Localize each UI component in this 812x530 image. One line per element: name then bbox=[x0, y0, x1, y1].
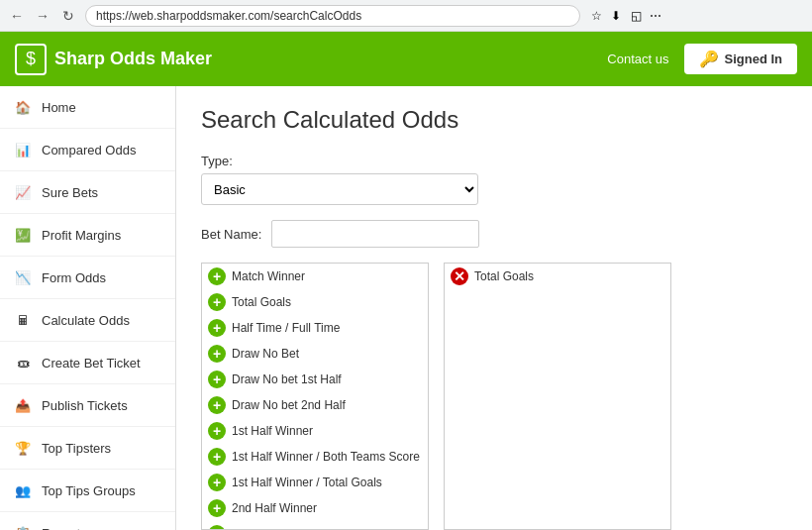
app-body: 🏠 Home 📊 Compared Odds 📈 Sure Bets 💹 Pro… bbox=[0, 86, 812, 530]
sidebar-item-create-bet-ticket[interactable]: 🎟 Create Bet Ticket bbox=[0, 342, 175, 384]
list-item[interactable]: + Match Winner bbox=[202, 264, 428, 289]
signed-in-label: Signed In bbox=[725, 52, 783, 66]
list-item[interactable]: + Draw No Bet bbox=[202, 341, 428, 367]
selected-item-label: Total Goals bbox=[474, 269, 534, 283]
sidebar-item-form-odds[interactable]: 📉 Form Odds bbox=[0, 257, 175, 299]
reports-icon: 📋 bbox=[12, 522, 34, 530]
compared-odds-label: Compared Odds bbox=[42, 143, 136, 158]
list-item-label: 1st Half Winner / Both Teams Score bbox=[232, 450, 420, 464]
sidebar-item-calculate-odds[interactable]: 🖩 Calculate Odds bbox=[0, 299, 175, 342]
bet-name-label: Bet Name: bbox=[201, 227, 261, 242]
add-icon: + bbox=[208, 345, 226, 363]
app-header: $ Sharp Odds Maker Contact us 🔑 Signed I… bbox=[0, 32, 812, 86]
address-bar[interactable]: https://web.sharpoddsmaker.com/searchCal… bbox=[85, 5, 580, 27]
list-item[interactable]: + 1st Half Winner / Total Goals bbox=[202, 470, 428, 495]
sidebar-item-top-tipsters[interactable]: 🏆 Top Tipsters bbox=[0, 427, 175, 470]
sidebar-item-reports[interactable]: 📋 Reports bbox=[0, 512, 175, 530]
add-icon: + bbox=[208, 422, 226, 440]
list-item[interactable]: + Draw No bet 2nd Half bbox=[202, 392, 428, 418]
list-item[interactable]: + Total Goals bbox=[202, 289, 428, 315]
calculate-odds-label: Calculate Odds bbox=[42, 313, 130, 328]
sure-bets-label: Sure Bets bbox=[42, 185, 98, 200]
bet-name-input[interactable] bbox=[271, 220, 479, 248]
list-item[interactable]: + 1st Half Winner bbox=[202, 418, 428, 444]
list-item-label: Draw No bet 1st Half bbox=[232, 372, 342, 386]
list-item[interactable]: + Draw No bet 1st Half bbox=[202, 367, 428, 392]
extension-icon[interactable]: ◱ bbox=[628, 8, 644, 24]
sure-bets-icon: 📈 bbox=[12, 181, 34, 203]
add-icon: + bbox=[208, 371, 226, 388]
top-tipsters-icon: 🏆 bbox=[12, 437, 34, 459]
create-bet-ticket-label: Create Bet Ticket bbox=[42, 356, 141, 371]
form-odds-label: Form Odds bbox=[42, 270, 106, 285]
download-icon[interactable]: ⬇ bbox=[608, 8, 624, 24]
browser-action-icons: ☆ ⬇ ◱ ⋯ bbox=[588, 8, 663, 24]
lists-container: + Match Winner + Total Goals + Half Time… bbox=[201, 263, 787, 530]
list-item-label: Match Winner bbox=[232, 269, 305, 283]
add-icon: + bbox=[208, 319, 226, 337]
type-select[interactable]: Basic Advanced bbox=[201, 173, 478, 205]
bet-name-row: Bet Name: bbox=[201, 220, 787, 248]
main-content: Search Calculated Odds Type: Basic Advan… bbox=[176, 86, 812, 530]
page-title: Search Calculated Odds bbox=[201, 106, 787, 134]
star-icon[interactable]: ☆ bbox=[588, 8, 604, 24]
list-item[interactable]: + Asian Handicap bbox=[202, 521, 428, 530]
top-tips-groups-icon: 👥 bbox=[12, 479, 34, 501]
calculate-odds-icon: 🖩 bbox=[12, 309, 34, 331]
back-button[interactable]: ← bbox=[8, 7, 26, 25]
top-tipsters-label: Top Tipsters bbox=[42, 441, 111, 456]
menu-icon[interactable]: ⋯ bbox=[648, 8, 663, 24]
add-icon: + bbox=[208, 525, 226, 530]
list-item-label: 2nd Half Winner bbox=[232, 501, 317, 515]
sidebar-item-top-tips-groups[interactable]: 👥 Top Tips Groups bbox=[0, 470, 175, 512]
signed-in-button[interactable]: 🔑 Signed In bbox=[684, 44, 798, 74]
list-item-label: Draw No Bet bbox=[232, 347, 299, 361]
type-group: Type: Basic Advanced bbox=[201, 154, 787, 205]
list-item-label: Total Goals bbox=[232, 295, 291, 309]
forward-button[interactable]: → bbox=[34, 7, 51, 25]
app-name: Sharp Odds Maker bbox=[54, 49, 212, 69]
available-items-list: + Match Winner + Total Goals + Half Time… bbox=[201, 263, 429, 530]
selected-list-item[interactable]: ✕ Total Goals bbox=[445, 264, 670, 289]
list-item-label: Draw No bet 2nd Half bbox=[232, 398, 346, 412]
sidebar-item-compared-odds[interactable]: 📊 Compared Odds bbox=[0, 129, 175, 171]
home-icon: 🏠 bbox=[12, 96, 34, 118]
list-item-label: 1st Half Winner bbox=[232, 424, 313, 438]
publish-tickets-label: Publish Tickets bbox=[42, 398, 128, 413]
list-item-label: Half Time / Full Time bbox=[232, 321, 340, 335]
profit-margins-label: Profit Margins bbox=[42, 228, 121, 243]
logo-container: $ Sharp Odds Maker bbox=[15, 44, 212, 75]
browser-chrome: ← → ↻ https://web.sharpoddsmaker.com/sea… bbox=[0, 0, 812, 32]
sidebar-item-profit-margins[interactable]: 💹 Profit Margins bbox=[0, 214, 175, 257]
list-item[interactable]: + 2nd Half Winner bbox=[202, 495, 428, 521]
add-icon: + bbox=[208, 293, 226, 311]
header-right: Contact us 🔑 Signed In bbox=[607, 44, 797, 74]
url-text: https://web.sharpoddsmaker.com/searchCal… bbox=[96, 9, 361, 23]
sidebar-item-home[interactable]: 🏠 Home bbox=[0, 86, 175, 129]
list-item[interactable]: + Half Time / Full Time bbox=[202, 315, 428, 341]
selected-items-list: ✕ Total Goals bbox=[444, 263, 671, 530]
add-icon: + bbox=[208, 499, 226, 517]
create-bet-ticket-icon: 🎟 bbox=[12, 352, 34, 373]
user-icon: 🔑 bbox=[699, 50, 719, 68]
compared-odds-icon: 📊 bbox=[12, 139, 34, 160]
add-icon: + bbox=[208, 396, 226, 414]
form-odds-icon: 📉 bbox=[12, 266, 34, 288]
add-icon: + bbox=[208, 267, 226, 285]
list-item[interactable]: + 1st Half Winner / Both Teams Score bbox=[202, 444, 428, 470]
list-item-label: 1st Half Winner / Total Goals bbox=[232, 476, 382, 489]
contact-link[interactable]: Contact us bbox=[607, 52, 668, 66]
publish-tickets-icon: 📤 bbox=[12, 394, 34, 416]
logo-symbol: $ bbox=[26, 49, 36, 69]
profit-margins-icon: 💹 bbox=[12, 224, 34, 246]
add-icon: + bbox=[208, 448, 226, 466]
logo-icon: $ bbox=[15, 44, 47, 75]
top-tips-groups-label: Top Tips Groups bbox=[42, 483, 136, 498]
sidebar: 🏠 Home 📊 Compared Odds 📈 Sure Bets 💹 Pro… bbox=[0, 86, 176, 530]
reports-label: Reports bbox=[42, 526, 87, 531]
refresh-button[interactable]: ↻ bbox=[59, 7, 77, 25]
sidebar-item-publish-tickets[interactable]: 📤 Publish Tickets bbox=[0, 384, 175, 427]
sidebar-item-sure-bets[interactable]: 📈 Sure Bets bbox=[0, 171, 175, 214]
type-label: Type: bbox=[201, 154, 787, 168]
add-icon: + bbox=[208, 474, 226, 491]
